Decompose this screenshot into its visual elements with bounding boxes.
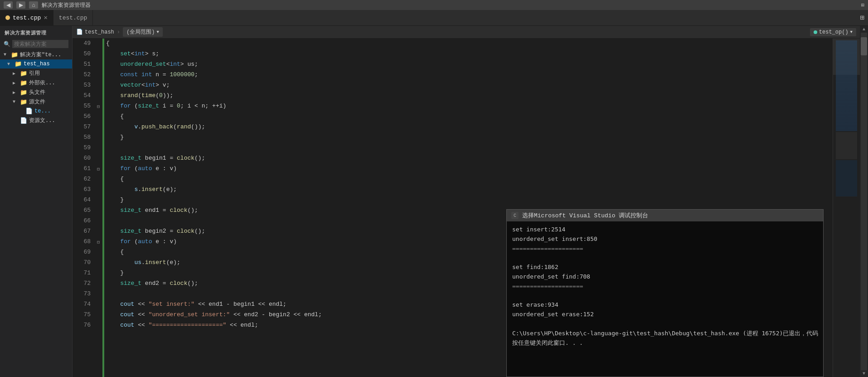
arrow-icon: ▶: [13, 90, 18, 95]
sidebar-search[interactable]: 🔍: [0, 38, 72, 50]
tab-label-active: test.cpp: [13, 15, 41, 21]
code-line[interactable]: for (size_t i = 0; i < n; ++i): [104, 101, 833, 112]
main-layout: 解决方案资源管理 🔍 ▼ 📁 解决方案"te... ▼ 📁 test_has ▶…: [0, 26, 868, 377]
console-line: unordered_set erase:152: [512, 310, 818, 319]
code-line[interactable]: {: [104, 112, 833, 122]
nav-home-button[interactable]: ⌂: [29, 1, 38, 9]
sidebar-item-label: 资源文...: [29, 117, 55, 124]
line-number: 70: [78, 258, 91, 268]
sidebar-item-headers[interactable]: ▶ 📁 头文件: [0, 88, 72, 97]
code-line[interactable]: size_t begin1 = clock();: [104, 153, 833, 164]
tab-close-active[interactable]: ✕: [44, 15, 47, 21]
code-line[interactable]: s.insert(e);: [104, 185, 833, 195]
sidebar-item-ext[interactable]: ▶ 📁 外部依...: [0, 78, 72, 88]
folder-icon: 📁: [20, 70, 27, 77]
scroll-handle[interactable]: [861, 37, 867, 55]
console-body[interactable]: set insert:2514unordered_set insert:850=…: [507, 221, 823, 377]
scroll-up-button[interactable]: ▲: [860, 26, 868, 33]
code-line[interactable]: vector<int> v;: [104, 80, 833, 91]
code-line[interactable]: set<int> s;: [104, 49, 833, 59]
green-bar: [102, 39, 104, 377]
line-number: 63: [78, 185, 91, 195]
sidebar-item-resources[interactable]: 📄 资源文...: [0, 116, 72, 125]
line-number: 76: [78, 320, 91, 331]
fold-icon[interactable]: ⊟: [97, 240, 100, 245]
console-line: C:\Users\HP\Desktop\c-language-git\test_…: [512, 329, 818, 338]
tab-dot-icon: [5, 15, 10, 20]
line-number: 71: [78, 268, 91, 279]
nav-func-dropdown[interactable]: test_op() ▼: [810, 28, 856, 36]
fold-icon[interactable]: ⊟: [97, 104, 100, 109]
nav-scope-label: (全局范围): [126, 28, 155, 36]
console-overlay: C 选择Microsoft Visual Studio 调试控制台 set in…: [506, 209, 824, 377]
line-number: 60: [78, 153, 91, 164]
code-area[interactable]: 4950515253545556575859606162636465666768…: [73, 39, 860, 377]
nav-scope-dropdown[interactable]: (全局范围) ▼: [123, 27, 163, 37]
code-line[interactable]: {: [104, 174, 833, 185]
sidebar-item-te[interactable]: 📄 te...: [0, 107, 72, 116]
line-number: 72: [78, 279, 91, 289]
console-line: [512, 253, 818, 263]
line-number: 57: [78, 122, 91, 132]
top-bar-icon-pin: ⊞: [861, 2, 864, 9]
arrow-icon: ▼: [7, 62, 13, 67]
line-number: 53: [78, 80, 91, 91]
chevron-down-icon: ▼: [156, 30, 159, 34]
console-line: [512, 319, 818, 329]
code-line[interactable]: v.push_back(rand());: [104, 122, 833, 132]
minimap[interactable]: [833, 39, 860, 377]
console-title-icon: C: [511, 212, 519, 219]
folder-icon: 📁: [20, 98, 27, 106]
line-number: 51: [78, 59, 91, 70]
code-line[interactable]: }: [104, 195, 833, 206]
code-line[interactable]: unordered_set<int> us;: [104, 59, 833, 70]
scroll-down-button[interactable]: ▼: [860, 370, 868, 377]
top-bar-title: 解决方案资源管理器: [42, 1, 91, 9]
sidebar-item-testhash[interactable]: ▼ 📁 test_has: [0, 59, 72, 69]
code-line[interactable]: {: [104, 39, 833, 49]
fold-icon[interactable]: ⊟: [97, 166, 100, 172]
code-line[interactable]: for (auto e : v): [104, 164, 833, 174]
code-line[interactable]: const int n = 1000000;: [104, 70, 833, 80]
arrow-icon: ▶: [13, 71, 18, 76]
code-line[interactable]: [104, 143, 833, 153]
minimap-lines: [833, 39, 860, 377]
sidebar-item-solution[interactable]: ▼ 📁 解决方案"te...: [0, 50, 72, 59]
sidebar-item-ref[interactable]: ▶ 📁 引用: [0, 69, 72, 78]
sidebar-item-label: 外部依...: [29, 79, 55, 87]
sidebar-item-sources[interactable]: ▼ 📁 源文件: [0, 97, 72, 107]
line-number: 65: [78, 206, 91, 216]
tab-test-cpp-inactive[interactable]: test.cpp: [53, 10, 93, 25]
nav-file-icon: 📄: [76, 29, 83, 35]
file-icon: 📄: [20, 117, 27, 124]
scroll-thumb[interactable]: [860, 33, 868, 370]
line-number: 56: [78, 112, 91, 122]
line-number: 52: [78, 70, 91, 80]
folder-icon: 📁: [20, 89, 27, 96]
search-icon: 🔍: [4, 41, 10, 48]
line-number: 49: [78, 39, 91, 49]
nav-back-button[interactable]: ◀: [4, 1, 13, 9]
code-line[interactable]: }: [104, 132, 833, 143]
editor-container: 📄 test_hash › (全局范围) ▼ test_op() ▼ 49505…: [73, 26, 860, 377]
sidebar-item-label: 头文件: [29, 88, 45, 96]
console-line: [512, 291, 818, 301]
tab-test-cpp-active[interactable]: test.cpp ✕: [0, 10, 53, 25]
folder-icon: 📁: [20, 79, 27, 87]
nav-forward-button[interactable]: ▶: [16, 1, 25, 9]
search-input[interactable]: [12, 40, 68, 48]
top-bar: ◀ ▶ ⌂ 解决方案资源管理器 ⊞: [0, 0, 868, 10]
line-number: 61: [78, 164, 91, 174]
console-line: set find:1862: [512, 263, 818, 272]
console-line: set insert:2514: [512, 225, 818, 235]
file-icon: 📄: [25, 108, 33, 115]
top-bar-left: ◀ ▶ ⌂ 解决方案资源管理器: [4, 1, 91, 9]
line-number: 62: [78, 174, 91, 185]
code-line[interactable]: srand(time(0));: [104, 91, 833, 101]
line-number: 68: [78, 237, 91, 247]
tab-split-button[interactable]: ⊞: [856, 10, 868, 25]
line-number: 59: [78, 143, 91, 153]
line-number: 75: [78, 310, 91, 320]
line-number: 73: [78, 289, 91, 299]
chevron-down-icon2: ▼: [850, 30, 853, 34]
